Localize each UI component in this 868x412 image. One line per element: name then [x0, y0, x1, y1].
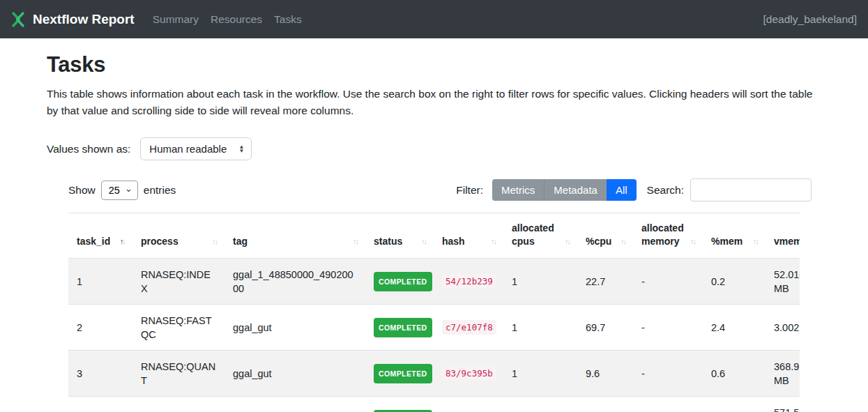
values-shown-row: Values shown as: Human readable ▲▼: [47, 137, 821, 160]
cell-pcpu: 22.7: [577, 259, 633, 305]
hash-code: 83/9c395b: [442, 366, 496, 381]
cell-pcpu: 42.8: [577, 397, 633, 412]
navbar-left: Nextflow Report Summary Resources Tasks: [10, 11, 314, 28]
show-label: Show: [68, 184, 96, 197]
brand-link[interactable]: Nextflow Report: [10, 11, 135, 28]
sort-icon: ↑↓: [620, 235, 625, 248]
filter-metrics-button[interactable]: Metrics: [492, 179, 544, 201]
tasks-table: task_id ↑↓ process ↑↓ tag ↑↓ status: [68, 213, 800, 412]
cell-status: COMPLETED: [365, 397, 434, 412]
navbar: Nextflow Report Summary Resources Tasks …: [0, 0, 868, 38]
cell-vmem: 368.9 MB: [766, 351, 800, 397]
values-shown-label: Values shown as:: [47, 143, 130, 155]
sort-icon: ↑↓: [491, 235, 496, 248]
cell-hash: 94/c235e1: [434, 397, 503, 412]
cell-pmem: 2.4: [703, 305, 766, 351]
cell-process: RNASEQ:INDEX: [132, 259, 224, 305]
nav-item-resources[interactable]: Resources: [211, 13, 262, 26]
cell-hash: 83/9c395b: [434, 351, 503, 397]
cell-status: COMPLETED: [365, 259, 434, 305]
cell-allocated-memory: -: [633, 259, 703, 305]
hash-code: c7/e107f8: [442, 320, 496, 335]
cell-pmem: 1.4: [703, 397, 766, 412]
page-title: Tasks: [47, 52, 821, 77]
search-label: Search:: [647, 184, 684, 197]
filter-search-controls: Filter: Metrics Metadata All Search:: [456, 178, 812, 201]
sort-icon: ↑↓: [421, 235, 426, 248]
sort-icon: ↑↓: [353, 235, 358, 248]
cell-vmem: 571.58 MB: [766, 397, 800, 412]
column-header-allocated-cpus[interactable]: allocated cpus ↑↓: [503, 213, 577, 259]
cell-pmem: 0.6: [703, 351, 766, 397]
sort-icon: ↑↓: [212, 235, 217, 248]
entries-select-wrap: 25: [101, 181, 138, 200]
cell-allocated-cpus: 1: [503, 259, 577, 305]
status-badge: COMPLETED: [374, 364, 432, 383]
cell-status: COMPLETED: [365, 351, 434, 397]
cell-process: RNASEQ:FASTQC: [132, 305, 224, 351]
entries-length-control: Show 25 entries: [68, 181, 176, 200]
table-scroll-area[interactable]: task_id ↑↓ process ↑↓ tag ↑↓ status: [68, 213, 800, 412]
page-description: This table shows information about each …: [47, 86, 821, 119]
hash-code: 54/12b239: [442, 274, 496, 289]
sort-icon: ↑↓: [753, 235, 758, 248]
cell-task-id: 1: [68, 259, 132, 305]
cell-allocated-cpus: 1: [503, 397, 577, 412]
search-input[interactable]: [690, 178, 812, 201]
status-badge: COMPLETED: [374, 318, 432, 337]
table-header-row: task_id ↑↓ process ↑↓ tag ↑↓ status: [68, 213, 800, 259]
values-shown-selected: Human readable: [149, 143, 227, 155]
filter-all-button[interactable]: All: [607, 179, 637, 201]
cell-allocated-cpus: 1: [503, 305, 577, 351]
nextflow-logo-icon: [10, 11, 26, 28]
filter-label: Filter:: [456, 184, 483, 197]
cell-tag: ggal_gut: [224, 351, 365, 397]
cell-hash: c7/e107f8: [434, 305, 503, 351]
cell-task-id: 4: [68, 397, 132, 412]
cell-pcpu: 69.7: [577, 305, 633, 351]
values-shown-select[interactable]: Human readable ▲▼: [140, 137, 252, 160]
nav-item-tasks[interactable]: Tasks: [274, 13, 302, 26]
entries-label: entries: [144, 184, 176, 197]
cell-tag: ggal_gut: [224, 305, 365, 351]
table-row: 3 RNASEQ:QUANT ggal_gut COMPLETED 83/9c3…: [68, 351, 800, 397]
cell-pmem: 0.2: [703, 259, 766, 305]
cell-vmem: 3.002: [766, 305, 800, 351]
column-header-tag[interactable]: tag ↑↓: [224, 213, 365, 259]
table-controls: Show 25 entries Filter: Metrics Metadata…: [68, 178, 812, 201]
cell-task-id: 3: [68, 351, 132, 397]
column-header-process[interactable]: process ↑↓: [132, 213, 224, 259]
filter-button-group: Metrics Metadata All: [492, 179, 637, 201]
table-row: 2 RNASEQ:FASTQC ggal_gut COMPLETED c7/e1…: [68, 305, 800, 351]
cell-allocated-memory: -: [633, 397, 703, 412]
cell-vmem: 52.016 MB: [766, 259, 800, 305]
table-row: 4 MULTIQC - COMPLETED 94/c235e1 1 42.8 -…: [68, 397, 800, 412]
cell-status: COMPLETED: [365, 305, 434, 351]
column-header-task-id[interactable]: task_id ↑↓: [68, 213, 132, 259]
column-header-vmem[interactable]: vmem ↑↓: [766, 213, 800, 259]
table-row: 1 RNASEQ:INDEX ggal_1_48850000_49020000 …: [68, 259, 800, 305]
column-header-hash[interactable]: hash ↑↓: [434, 213, 503, 259]
entries-select[interactable]: 25: [101, 181, 138, 200]
cell-allocated-memory: -: [633, 351, 703, 397]
nav-item-summary[interactable]: Summary: [153, 13, 199, 26]
column-header-allocated-memory[interactable]: allocated memory ↑↓: [633, 213, 703, 259]
filter-metadata-button[interactable]: Metadata: [544, 179, 607, 201]
status-badge: COMPLETED: [374, 272, 432, 291]
datatable-wrapper: Show 25 entries Filter: Metrics Metadata…: [68, 178, 812, 412]
main-content: Tasks This table shows information about…: [0, 38, 868, 412]
cell-allocated-cpus: 1: [503, 351, 577, 397]
sort-icon: ↑↓: [120, 235, 125, 248]
select-updown-icon: ▲▼: [229, 145, 244, 153]
sort-icon: ↑↓: [690, 235, 695, 248]
column-header-status[interactable]: status ↑↓: [365, 213, 434, 259]
column-header-pcpu[interactable]: %cpu ↑↓: [577, 213, 633, 259]
sort-icon: ↑↓: [565, 235, 570, 248]
cell-process: RNASEQ:QUANT: [132, 351, 224, 397]
run-name: [deadly_baekeland]: [763, 13, 857, 26]
cell-task-id: 2: [68, 305, 132, 351]
cell-tag: ggal_1_48850000_49020000: [224, 259, 365, 305]
cell-allocated-memory: -: [633, 305, 703, 351]
cell-tag: -: [224, 397, 365, 412]
column-header-pmem[interactable]: %mem ↑↓: [703, 213, 766, 259]
